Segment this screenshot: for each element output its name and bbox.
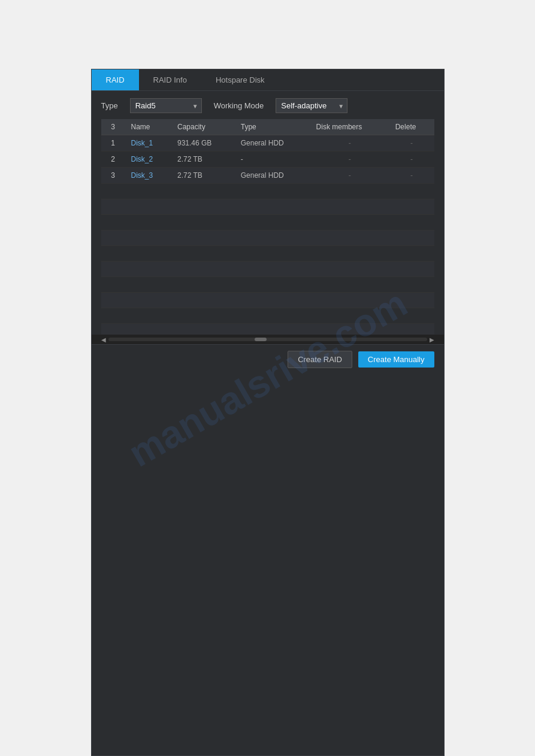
table-header-row: 3 Name Capacity Type Disk members Delete <box>101 119 434 135</box>
col-capacity: Capacity <box>171 119 235 135</box>
dialog: RAID RAID Info Hotspare Disk Type Raid0 … <box>91 69 445 756</box>
cell-disk-members: - <box>310 135 389 151</box>
cell-name: Disk_3 <box>125 168 171 184</box>
tab-bar: RAID RAID Info Hotspare Disk <box>92 69 444 91</box>
horizontal-scrollbar[interactable]: ◀ ▶ <box>92 335 444 344</box>
table-empty-row <box>101 199 434 215</box>
cell-delete: - <box>389 151 434 168</box>
scrollbar-thumb[interactable] <box>255 338 267 341</box>
type-label: Type <box>101 101 118 110</box>
form-row: Type Raid0 Raid1 Raid5 Raid6 Raid10 Work… <box>101 98 434 113</box>
create-manually-button[interactable]: Create Manually <box>358 351 434 368</box>
table-empty-row <box>101 215 434 230</box>
col-name: Name <box>125 119 171 135</box>
cell-name: Disk_1 <box>125 135 171 151</box>
tab-hotspare-disk[interactable]: Hotspare Disk <box>201 69 279 90</box>
cell-index: 1 <box>101 135 125 151</box>
tab-raid-info[interactable]: RAID Info <box>139 69 201 90</box>
col-type: Type <box>235 119 310 135</box>
cell-disk-members: - <box>310 168 389 184</box>
table-empty-row <box>101 277 434 293</box>
table-row: 2 Disk_2 2.72 TB - - - <box>101 151 434 168</box>
cell-delete: - <box>389 168 434 184</box>
col-index: 3 <box>101 119 125 135</box>
table-empty-row <box>101 184 434 199</box>
cell-type: - <box>235 151 310 168</box>
table-empty-row <box>101 230 434 246</box>
tab-raid[interactable]: RAID <box>92 69 139 90</box>
cell-type: General HDD <box>235 168 310 184</box>
cell-name: Disk_2 <box>125 151 171 168</box>
disk-table: 3 Name Capacity Type Disk members Delete… <box>101 119 434 335</box>
footer: Create RAID Create Manually <box>92 344 444 374</box>
cell-index: 3 <box>101 168 125 184</box>
working-mode-label: Working Mode <box>214 101 264 110</box>
working-mode-select-wrapper: Self-adaptive Manual <box>276 98 347 113</box>
table-row: 3 Disk_3 2.72 TB General HDD - - <box>101 168 434 184</box>
scrollbar-track[interactable] <box>108 338 427 341</box>
working-mode-select[interactable]: Self-adaptive Manual <box>276 98 347 113</box>
table-empty-row <box>101 324 434 335</box>
cell-capacity: 931.46 GB <box>171 135 235 151</box>
col-delete: Delete <box>389 119 434 135</box>
cell-delete: - <box>389 135 434 151</box>
scroll-right-arrow[interactable]: ▶ <box>430 336 434 343</box>
table-empty-row <box>101 308 434 324</box>
type-select-wrapper: Raid0 Raid1 Raid5 Raid6 Raid10 <box>130 98 202 113</box>
cell-capacity: 2.72 TB <box>171 168 235 184</box>
table-row: 1 Disk_1 931.46 GB General HDD - - <box>101 135 434 151</box>
content-area: Type Raid0 Raid1 Raid5 Raid6 Raid10 Work… <box>92 91 444 335</box>
table-empty-row <box>101 293 434 308</box>
type-select[interactable]: Raid0 Raid1 Raid5 Raid6 Raid10 <box>130 98 202 113</box>
cell-index: 2 <box>101 151 125 168</box>
cell-capacity: 2.72 TB <box>171 151 235 168</box>
table-empty-row <box>101 246 434 262</box>
table-empty-row <box>101 262 434 277</box>
scroll-left-arrow[interactable]: ◀ <box>101 336 106 343</box>
cell-disk-members: - <box>310 151 389 168</box>
disk-table-container: 3 Name Capacity Type Disk members Delete… <box>101 119 434 335</box>
page-wrapper: RAID RAID Info Hotspare Disk Type Raid0 … <box>0 0 535 756</box>
create-raid-button[interactable]: Create RAID <box>288 351 352 368</box>
col-disk-members: Disk members <box>310 119 389 135</box>
cell-type: General HDD <box>235 135 310 151</box>
